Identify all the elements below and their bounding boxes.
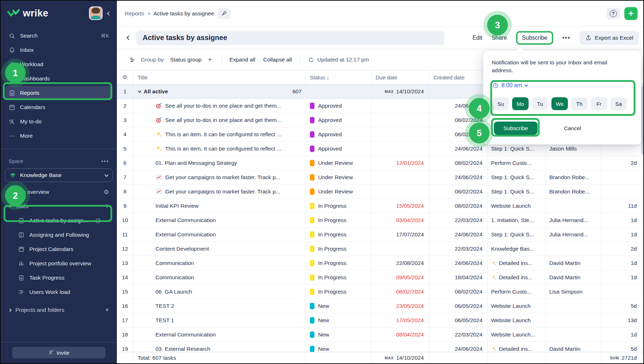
title-cell[interactable]: This is an item. It can be configured to… bbox=[133, 127, 306, 142]
status-cell[interactable]: In Progress bbox=[306, 242, 371, 256]
user-avatar[interactable] bbox=[89, 6, 103, 20]
day-pill-th[interactable]: Th bbox=[571, 97, 588, 110]
export-excel-button[interactable]: Export as Excel bbox=[580, 31, 639, 45]
day-pill-sa[interactable]: Sa bbox=[610, 97, 627, 110]
parent-cell[interactable]: 1. Initiation, Ste... bbox=[488, 213, 546, 227]
create-button[interactable]: + bbox=[624, 7, 638, 20]
parent-cell[interactable]: Step 1: Quick S... bbox=[488, 170, 546, 185]
assignee-cell[interactable]: David Martin bbox=[546, 256, 601, 270]
table-row[interactable]: 16TEST 2New23/05/202406/05/2024Website L… bbox=[117, 299, 644, 313]
status-cell[interactable]: In Progress bbox=[306, 213, 371, 227]
parent-cell[interactable]: Detailed ins... bbox=[488, 270, 546, 285]
table-row[interactable]: 12Content DevelopmentIn Progress22/03/20… bbox=[117, 242, 644, 256]
sidebar-item-calendars[interactable]: Calendars bbox=[5, 100, 113, 114]
status-cell[interactable] bbox=[306, 84, 371, 99]
assignee-cell[interactable] bbox=[546, 299, 601, 313]
day-pill-tu[interactable]: Tu bbox=[532, 97, 548, 110]
due-date-cell[interactable]: 08/02/2024 bbox=[371, 285, 429, 299]
assignee-cell[interactable]: Lisa Simpson bbox=[546, 285, 601, 299]
space-more-icon[interactable]: ••• bbox=[101, 158, 109, 164]
title-cell[interactable]: External Communication bbox=[133, 227, 306, 242]
title-cell[interactable]: External Communication bbox=[133, 213, 306, 227]
column-header-created-date[interactable]: Created date bbox=[429, 70, 488, 84]
sidebar-item-tools[interactable]: Tools + bbox=[5, 199, 113, 213]
status-cell[interactable]: Under Review bbox=[306, 185, 371, 199]
assignee-cell[interactable] bbox=[546, 328, 601, 342]
parent-cell[interactable]: Website Launch bbox=[488, 299, 546, 313]
assignee-cell[interactable] bbox=[546, 156, 601, 170]
subscribe-button[interactable]: Subscribe bbox=[516, 31, 553, 45]
share-button[interactable]: Share bbox=[492, 35, 507, 41]
due-date-cell[interactable] bbox=[371, 142, 429, 156]
tool-item-users-work-load[interactable]: Users Work load bbox=[5, 285, 113, 299]
parent-cell[interactable]: Perform Custo... bbox=[488, 285, 546, 299]
column-settings-gear-icon[interactable]: ⚙ bbox=[117, 70, 133, 84]
table-row[interactable]: 1506. GA LaunchIn Progress08/02/202408/0… bbox=[117, 285, 644, 299]
due-date-cell[interactable] bbox=[371, 170, 429, 185]
title-cell[interactable]: Initial KPI Review bbox=[133, 199, 306, 213]
table-row[interactable]: 13CommunicationIn Progress22/08/202424/0… bbox=[117, 256, 644, 270]
parent-cell[interactable]: Step 1: Quick S... bbox=[488, 227, 546, 242]
due-date-cell[interactable] bbox=[371, 127, 429, 142]
add-project-icon[interactable]: + bbox=[105, 306, 109, 314]
more-actions-icon[interactable]: ••• bbox=[563, 35, 571, 41]
assignee-cell[interactable]: Brandon Robe... bbox=[546, 170, 601, 185]
parent-cell[interactable]: Perform Custo... bbox=[488, 156, 546, 170]
sidebar-item-reports[interactable]: Reports bbox=[5, 86, 113, 100]
tool-item-project-calendars[interactable]: Project Calendars bbox=[5, 242, 113, 256]
sidebar-item-more[interactable]: More bbox=[5, 129, 113, 143]
sidebar-item-inbox[interactable]: Inbox bbox=[5, 43, 113, 57]
collapse-all-button[interactable]: Collapse all bbox=[263, 56, 292, 63]
popup-subscribe-button[interactable]: Subscribe bbox=[494, 122, 538, 135]
status-cell[interactable]: In Progress bbox=[306, 285, 371, 299]
vertical-scrollbar[interactable] bbox=[641, 87, 644, 154]
tool-item-project-portfolio-overview[interactable]: Project portfolio overview bbox=[5, 256, 113, 271]
tool-item-task-progress[interactable]: Task Progress bbox=[5, 271, 113, 285]
title-cell[interactable]: 06. GA Launch bbox=[133, 285, 306, 299]
time-selector[interactable]: 8:00 am bbox=[492, 82, 527, 89]
assignee-cell[interactable]: Julia Hernand... bbox=[546, 213, 601, 227]
add-tool-icon[interactable]: + bbox=[105, 202, 109, 210]
status-cell[interactable]: Approved bbox=[306, 142, 371, 156]
status-cell[interactable]: Approved bbox=[306, 113, 371, 127]
back-button[interactable] bbox=[124, 36, 133, 39]
title-cell[interactable]: See all your to-dos in one place and get… bbox=[133, 99, 306, 113]
table-row[interactable]: 601. Plan and Messaging StrategyUnder Re… bbox=[117, 156, 644, 170]
table-row[interactable]: 7Get your campaigns to market faster. Tr… bbox=[117, 170, 644, 185]
edit-button[interactable]: Edit bbox=[472, 35, 482, 41]
status-cell[interactable]: In Progress bbox=[306, 270, 371, 285]
status-cell[interactable]: Approved bbox=[306, 99, 371, 113]
due-date-cell[interactable]: 12/01/2024 bbox=[371, 156, 429, 170]
assignee-cell[interactable] bbox=[546, 242, 601, 256]
space-selector-knowledge-base[interactable]: Knowledge Base bbox=[5, 168, 113, 182]
tool-item-active-tasks-by-assign-[interactable]: Active tasks by assign... bbox=[5, 213, 113, 228]
table-row[interactable]: 11External CommunicationIn Progress17/07… bbox=[117, 227, 644, 242]
title-cell[interactable]: External Communication bbox=[133, 328, 306, 342]
add-group-icon[interactable]: + bbox=[207, 56, 213, 64]
table-row[interactable]: 17TEST 1New17/05/202406/05/2024Website L… bbox=[117, 313, 644, 328]
pin-button[interactable] bbox=[218, 8, 231, 19]
gear-icon[interactable]: ⚙ bbox=[104, 188, 109, 196]
due-date-cell[interactable]: 22/08/2024 bbox=[371, 256, 429, 270]
due-date-cell[interactable]: 03/04/2024 bbox=[371, 213, 429, 227]
day-pill-su[interactable]: Su bbox=[492, 97, 509, 110]
sidebar-item-workload[interactable]: Workload bbox=[5, 57, 113, 72]
table-row[interactable]: 9Initial KPI ReviewIn Progress15/05/2024… bbox=[117, 199, 644, 213]
assignee-cell[interactable] bbox=[546, 199, 601, 213]
sidebar-item-my-to-do[interactable]: My to-do bbox=[5, 114, 113, 129]
popup-cancel-button[interactable]: Cancel bbox=[564, 125, 581, 132]
tool-item-assigning-and-following[interactable]: Assigning and Following bbox=[5, 228, 113, 242]
status-cell[interactable]: In Progress bbox=[306, 227, 371, 242]
sidebar-item-space-overview[interactable]: Space overview ⚙ bbox=[5, 185, 113, 199]
due-date-cell[interactable] bbox=[371, 242, 429, 256]
day-pill-mo[interactable]: Mo bbox=[512, 97, 529, 110]
due-date-cell[interactable]: 15/05/2024 bbox=[371, 199, 429, 213]
parent-cell[interactable]: Detailed ins... bbox=[488, 256, 546, 270]
parent-cell[interactable]: Website Launch bbox=[488, 313, 546, 328]
table-row[interactable]: 8Get your campaigns to market faster. Tr… bbox=[117, 185, 644, 199]
column-header-due-date[interactable]: Due date bbox=[371, 70, 429, 84]
due-date-cell[interactable] bbox=[371, 113, 429, 127]
due-date-cell[interactable] bbox=[371, 99, 429, 113]
sidebar-item-search[interactable]: Search⌘K bbox=[5, 29, 113, 43]
due-date-cell[interactable]: 23/05/2024 bbox=[371, 299, 429, 313]
